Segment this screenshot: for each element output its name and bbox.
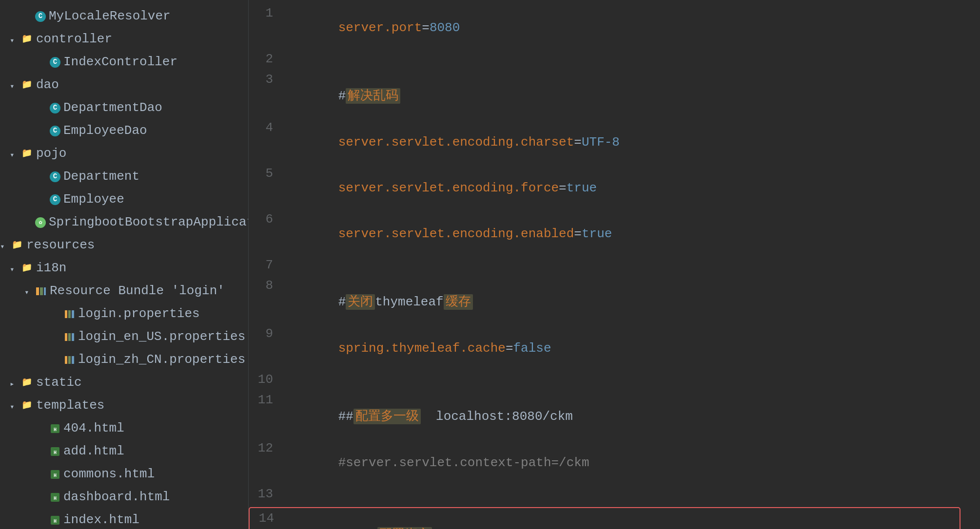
- line-num-9: 9: [249, 326, 283, 341]
- tree-item-login-zh[interactable]: login_zh_CN.properties: [0, 348, 248, 371]
- folder-icon: 📁: [20, 262, 33, 275]
- line-num-5: 5: [249, 166, 283, 181]
- tree-item-commons[interactable]: H commons.html: [0, 463, 248, 486]
- tree-item-pojo[interactable]: 📁 pojo: [0, 142, 248, 165]
- line-num-12: 12: [249, 441, 283, 455]
- tree-item-mylocaleresolver[interactable]: C MyLocaleResolver: [0, 5, 248, 28]
- line-content-1: server.port=8080: [283, 6, 980, 50]
- tree-item-resources[interactable]: 📁 resources: [0, 234, 248, 257]
- tree-item-add[interactable]: H add.html: [0, 440, 248, 463]
- svg-rect-0: [36, 287, 39, 295]
- arrow-down: [10, 81, 19, 90]
- code-line-14: 14 #配置绑定 i18n: [250, 508, 960, 529]
- file-label: DepartmentDao: [63, 98, 162, 117]
- file-label: 404.html: [63, 419, 124, 438]
- svg-rect-9: [65, 356, 67, 364]
- arrow-down: [10, 264, 19, 273]
- svg-rect-8: [72, 333, 74, 341]
- line-content-5: server.servlet.encoding.force=true: [283, 166, 980, 210]
- html-icon: H: [50, 515, 60, 526]
- tree-item-employee[interactable]: C Employee: [0, 188, 248, 211]
- arrow-empty: [39, 424, 48, 433]
- tree-item-departmentdao[interactable]: C DepartmentDao: [0, 96, 248, 119]
- arrow-empty: [39, 172, 48, 181]
- file-label: login_en_US.properties: [78, 327, 245, 346]
- arrow-right: [10, 378, 19, 387]
- class-icon: C: [50, 57, 60, 68]
- arrow-empty: [39, 104, 48, 113]
- tree-item-static[interactable]: 📁 static: [0, 371, 248, 394]
- code-line-2: 2: [249, 51, 980, 71]
- svg-rect-7: [68, 333, 71, 341]
- tree-item-i18n[interactable]: 📁 i18n: [0, 257, 248, 280]
- arrow-empty: [24, 218, 33, 227]
- line-content-9: spring.thymeleaf.cache=false: [283, 326, 980, 370]
- file-label: dao: [36, 76, 59, 94]
- code-line-10: 10: [249, 371, 980, 392]
- class-icon: C: [50, 194, 60, 205]
- file-label: IndexController: [63, 53, 177, 72]
- class-icon: C: [50, 171, 60, 182]
- code-line-13: 13: [249, 486, 980, 506]
- tree-item-resourcebundle[interactable]: Resource Bundle 'login': [0, 280, 248, 302]
- file-label: commons.html: [63, 465, 155, 484]
- code-line-6: 6 server.servlet.encoding.enabled=true: [249, 211, 980, 257]
- line-content-14: #配置绑定 i18n: [284, 511, 960, 529]
- line-num-2: 2: [249, 52, 283, 66]
- file-label: Department: [63, 167, 139, 186]
- tree-item-dashboard[interactable]: H dashboard.html: [0, 486, 248, 509]
- class-icon: C: [50, 126, 60, 136]
- folder-icon: 📁: [20, 33, 33, 46]
- svg-text:H: H: [54, 496, 57, 501]
- code-line-8: 8 #关闭thymeleaf缓存: [249, 277, 980, 325]
- file-label: SpringbootBootstrapApplication: [49, 213, 249, 232]
- file-label: Resource Bundle 'login': [50, 282, 225, 301]
- svg-text:H: H: [54, 450, 57, 455]
- tree-item-controller[interactable]: 📁 controller: [0, 28, 248, 51]
- tree-item-templates[interactable]: 📁 templates: [0, 394, 248, 417]
- arrow-empty: [39, 195, 48, 204]
- tree-item-springbootapp[interactable]: ✿ SpringbootBootstrapApplication: [0, 211, 248, 234]
- props-icon: [64, 309, 75, 320]
- html-icon: H: [50, 423, 60, 434]
- tree-item-employeedao[interactable]: C EmployeeDao: [0, 119, 248, 142]
- line-content-8: #关闭thymeleaf缓存: [283, 278, 980, 324]
- line-num-10: 10: [249, 372, 283, 387]
- line-content-3: #解决乱码: [283, 72, 980, 118]
- line-content-11: ##配置多一级 localhost:8080/ckm: [283, 393, 980, 439]
- arrow-empty: [39, 493, 48, 502]
- folder-icon: 📁: [20, 399, 33, 412]
- html-icon: H: [50, 492, 60, 503]
- arrow-down: [24, 287, 33, 296]
- tree-item-dao[interactable]: 📁 dao: [0, 74, 248, 96]
- code-editor-panel: 1 server.port=8080 2 3 #解决乱码 4 server.se…: [249, 0, 980, 529]
- tree-item-department[interactable]: C Department: [0, 165, 248, 188]
- tree-item-login-en[interactable]: login_en_US.properties: [0, 325, 248, 348]
- line-num-6: 6: [249, 212, 283, 227]
- arrow-down: [10, 35, 19, 44]
- file-tree-panel: C MyLocaleResolver 📁 controller C IndexC…: [0, 0, 249, 529]
- line-num-13: 13: [249, 487, 283, 501]
- file-label: controller: [36, 30, 112, 49]
- tree-item-login-props[interactable]: login.properties: [0, 302, 248, 325]
- code-line-11: 11 ##配置多一级 localhost:8080/ckm: [249, 392, 980, 440]
- file-label: pojo: [36, 144, 66, 163]
- file-label: EmployeeDao: [63, 121, 147, 140]
- file-label: index.html: [63, 510, 139, 529]
- spring-icon: ✿: [35, 217, 46, 228]
- tree-item-index[interactable]: H index.html: [0, 509, 248, 529]
- tree-item-indexcontroller[interactable]: C IndexController: [0, 51, 248, 74]
- code-line-1: 1 server.port=8080: [249, 5, 980, 51]
- svg-rect-10: [68, 356, 71, 364]
- highlight-box: 14 #配置绑定 i18n 15 spring.messages.basenam…: [249, 507, 960, 529]
- arrow-empty: [39, 58, 48, 67]
- file-label: MyLocaleResolver: [49, 7, 171, 26]
- tree-item-404[interactable]: H 404.html: [0, 417, 248, 440]
- svg-rect-4: [68, 310, 71, 318]
- code-line-12: 12 #server.servlet.context-path=/ckm: [249, 440, 980, 486]
- arrow-empty: [54, 310, 62, 319]
- file-label: dashboard.html: [63, 488, 170, 507]
- svg-text:H: H: [54, 519, 57, 524]
- svg-rect-5: [72, 310, 74, 318]
- props-icon: [64, 332, 75, 342]
